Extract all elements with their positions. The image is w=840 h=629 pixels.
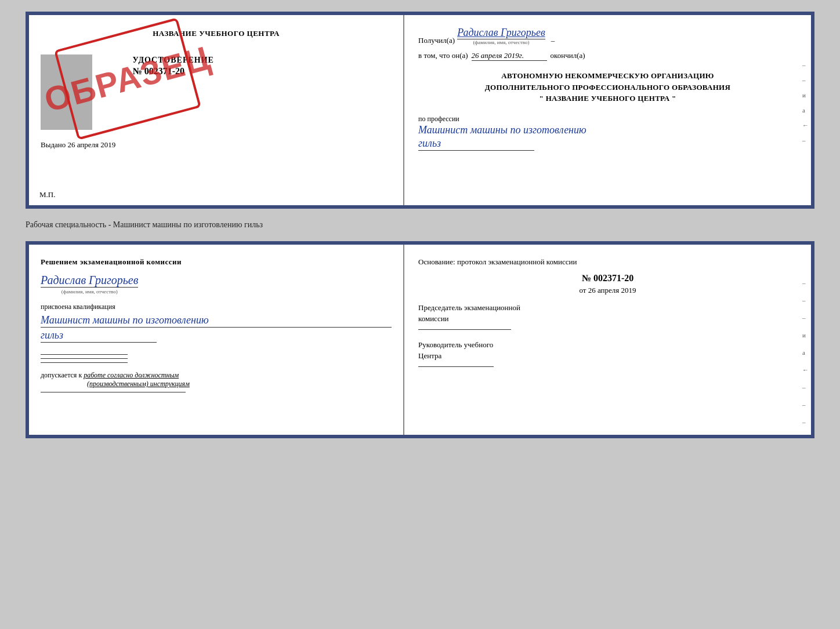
photo-placeholder bbox=[41, 54, 92, 130]
predsedatel-block: Председатель экзаменационной комиссии bbox=[418, 302, 797, 330]
org-name: " НАЗВАНИЕ УЧЕБНОГО ЦЕНТРА " bbox=[418, 93, 797, 104]
dopuskaetsya-text: допускается к работе согласно должностны… bbox=[41, 371, 392, 380]
predsedatel-line2: комиссии bbox=[418, 313, 797, 325]
professiya-block: по профессии Машинист машины по изготовл… bbox=[418, 115, 797, 151]
person-name-bottom: Радислав Григорьев bbox=[41, 274, 138, 288]
org-block: АВТОНОМНУЮ НЕКОММЕРЧЕСКУЮ ОРГАНИЗАЦИЮ ДО… bbox=[418, 70, 797, 104]
school-name-top: НАЗВАНИЕ УЧЕБНОГО ЦЕНТРА bbox=[153, 29, 280, 38]
dopusk-prefix: допускается к bbox=[41, 371, 82, 379]
bottom-date: 26 апреля 2019 bbox=[588, 286, 636, 294]
side-marks-bottom: – – – и а ← – – – bbox=[802, 279, 809, 426]
bottom-doc-right: Основание: протокол экзаменационной коми… bbox=[404, 245, 811, 435]
predsedatel-line1: Председатель экзаменационной bbox=[418, 302, 797, 314]
org-line1: АВТОНОМНУЮ НЕКОММЕРЧЕСКУЮ ОРГАНИЗАЦИЮ bbox=[418, 70, 797, 82]
predsedatel-sign bbox=[418, 329, 511, 330]
vydano-line: Выдано 26 апреля 2019 bbox=[41, 140, 115, 150]
bottom-doc-left: Решением экзаменационной комиссии Радисл… bbox=[29, 245, 404, 435]
top-document: НАЗВАНИЕ УЧЕБНОГО ЦЕНТРА ОБРАЗЕЦ УДОСТОВ… bbox=[26, 12, 814, 209]
mp-line: М.П. bbox=[39, 190, 55, 199]
professiya-value1: Машинист машины по изготовлению bbox=[418, 123, 797, 137]
org-line2: ДОПОЛНИТЕЛЬНОГО ПРОФЕССИОНАЛЬНОГО ОБРАЗО… bbox=[418, 82, 797, 93]
dopusk-underline bbox=[41, 392, 186, 392]
rukovoditel-block: Руководитель учебного Центра bbox=[418, 339, 797, 367]
prisvoena-text: присвоена квалификация bbox=[41, 303, 392, 311]
rukovoditel-line2: Центра bbox=[418, 350, 797, 362]
resheniem-text: Решением экзаменационной комиссии bbox=[41, 256, 392, 268]
ot-prefix: от bbox=[579, 286, 586, 294]
vtom-line: в том, что он(а) 26 апреля 2019г. окончи… bbox=[418, 51, 797, 61]
rukovoditel-sign bbox=[418, 366, 494, 367]
vydano-date-right: 26 апреля 2019г. bbox=[472, 51, 547, 61]
professiya-value2: гильз bbox=[418, 137, 534, 151]
sign-line-1 bbox=[41, 354, 128, 355]
rukovoditel-line1: Руководитель учебного bbox=[418, 339, 797, 351]
dopusk-italic2: (производственным) инструкциям bbox=[87, 380, 392, 388]
kval-value1: Машинист машины по изготовлению bbox=[41, 314, 392, 328]
top-doc-left: НАЗВАНИЕ УЧЕБНОГО ЦЕНТРА ОБРАЗЕЦ УДОСТОВ… bbox=[29, 15, 404, 205]
bottom-document: Решением экзаменационной комиссии Радисл… bbox=[26, 241, 814, 438]
top-doc-right: Получил(а) Радислав Григорьев (фамилия, … bbox=[404, 15, 811, 205]
udostoverenie-block: УДОСТОВЕРЕНИЕ № 002371-20 bbox=[133, 56, 392, 130]
sign-line-3 bbox=[41, 362, 128, 363]
dopusk-italic: работе согласно должностным bbox=[84, 371, 179, 379]
udost-number: № 002371-20 bbox=[133, 66, 184, 77]
udostoverenie-label: УДОСТОВЕРЕНИЕ bbox=[133, 56, 214, 65]
subtitle-line: Рабочая специальность - Машинист машины … bbox=[26, 219, 814, 231]
kval-value2: гильз bbox=[41, 329, 157, 343]
professiya-label: по профессии bbox=[418, 115, 797, 123]
side-marks-top: – – и а ← – bbox=[802, 61, 809, 144]
fio-caption-bottom: (фамилия, имя, отчество) bbox=[61, 289, 118, 294]
vtom-prefix: в том, что он(а) bbox=[418, 51, 468, 60]
ot-date: от 26 апреля 2019 bbox=[418, 286, 797, 295]
vydano-label: Выдано bbox=[41, 140, 66, 149]
protokol-number: № 002371-20 bbox=[418, 273, 797, 283]
fio-caption-top: (фамилия, имя, отчество) bbox=[473, 39, 529, 45]
okoncil-suffix: окончил(а) bbox=[551, 51, 585, 60]
person-name-top: Радислав Григорьев bbox=[457, 27, 545, 39]
poluchil-prefix: Получил(а) bbox=[418, 36, 455, 45]
osnovanie-block: Основание: протокол экзаменационной коми… bbox=[418, 256, 797, 268]
osnovanie-text: Основание: протокол экзаменационной коми… bbox=[418, 256, 797, 268]
poluchil-line: Получил(а) Радислав Григорьев (фамилия, … bbox=[418, 27, 797, 45]
dash-top: – bbox=[551, 36, 555, 45]
sign-line-2 bbox=[41, 358, 128, 359]
vydano-date: 26 апреля 2019 bbox=[68, 140, 116, 149]
